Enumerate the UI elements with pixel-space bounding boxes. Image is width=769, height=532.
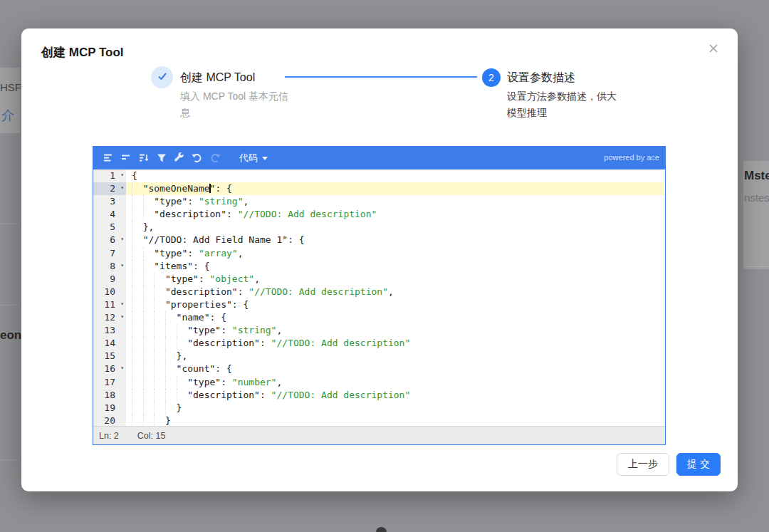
backdrop-divider (0, 305, 20, 306)
code-text: "properties": { (126, 298, 665, 311)
line-number: 10 (93, 286, 126, 298)
code-line[interactable]: 10"description": "//TODO: Add descriptio… (93, 286, 665, 298)
code-text: "type": "object", (126, 273, 665, 286)
close-icon (708, 43, 719, 57)
code-line[interactable]: 9"type": "object", (93, 273, 665, 286)
code-line[interactable]: 18"description": "//TODO: Add descriptio… (93, 389, 665, 402)
redo-icon[interactable] (206, 150, 224, 167)
sort-icon[interactable] (135, 150, 152, 167)
previous-step-button[interactable]: 上一步 (617, 453, 669, 476)
step-2-number: 2 (488, 72, 494, 83)
line-number: 6▾ (93, 234, 126, 246)
line-number: 8▾ (93, 260, 126, 273)
code-text: "//TODO: Add Field Name 1": { (126, 234, 665, 246)
backdrop-blue-icon: 介 (1, 107, 14, 124)
code-text: "description": "//TODO: Add description" (126, 337, 665, 350)
code-line[interactable]: 19} (93, 402, 665, 414)
code-text: "type": "string", (126, 324, 665, 337)
mode-dropdown[interactable]: 代码 (239, 152, 268, 165)
submit-button[interactable]: 提 交 (676, 453, 721, 476)
code-text: "type": "string", (126, 195, 665, 208)
code-lines[interactable]: 1▾{2▾"someOneName": {3"type": "string",4… (93, 169, 665, 426)
code-text: } (126, 414, 665, 426)
fold-arrow-icon[interactable]: ▾ (120, 182, 124, 194)
code-line[interactable]: 2▾"someOneName": { (93, 182, 665, 195)
fold-arrow-icon[interactable]: ▾ (120, 169, 124, 182)
check-icon (157, 71, 168, 85)
undo-icon[interactable] (188, 150, 206, 167)
code-text: } (126, 402, 665, 414)
line-number: 7 (93, 247, 126, 260)
line-number: 15 (93, 350, 126, 363)
code-line[interactable]: 17"type": "number", (93, 376, 665, 389)
code-text: "name": { (126, 311, 665, 324)
line-number: 4 (93, 208, 126, 221)
fold-arrow-icon[interactable]: ▾ (120, 298, 124, 311)
code-text: "items": { (126, 260, 665, 273)
backdrop-bottom-dot (376, 527, 387, 532)
close-button[interactable] (703, 40, 723, 60)
code-line[interactable]: 11▾"properties": { (93, 298, 665, 311)
code-line[interactable]: 20} (93, 414, 665, 426)
repair-icon[interactable] (170, 150, 188, 167)
step-1-description: 填入 MCP Tool 基本元信息 (180, 88, 288, 121)
line-number: 13 (93, 324, 126, 337)
line-number: 11▾ (93, 298, 126, 311)
step-2-title: 设置参数描述 (507, 71, 575, 85)
code-line[interactable]: 14"description": "//TODO: Add descriptio… (93, 337, 665, 350)
transform-icon[interactable] (152, 150, 170, 167)
code-line[interactable]: 1▾{ (93, 169, 665, 182)
dialog-footer: 上一步 提 交 (617, 453, 721, 476)
compact-icon[interactable] (117, 150, 135, 167)
fold-arrow-icon[interactable]: ▾ (120, 362, 124, 375)
code-line[interactable]: 15}, (93, 350, 665, 363)
code-line[interactable]: 3"type": "string", (93, 195, 665, 208)
status-column-number: Col: 15 (137, 431, 166, 441)
code-line[interactable]: 4"description": "//TODO: Add description… (93, 208, 665, 221)
backdrop-right-subtitle: nstest (744, 192, 769, 204)
editor-status-bar: Ln: 2 Col: 15 (93, 426, 665, 444)
step-2-description: 设置方法参数描述，供大模型推理 (507, 88, 618, 121)
chevron-down-icon (262, 157, 268, 160)
backdrop-right-title: Mstes (744, 169, 769, 183)
line-number: 16▾ (93, 363, 126, 375)
fold-arrow-icon[interactable]: ▾ (120, 259, 124, 272)
code-text: "description": "//TODO: Add description"… (126, 286, 665, 298)
code-line[interactable]: 12▾"name": { (93, 311, 665, 324)
code-text: "count": { (126, 363, 665, 375)
backdrop-divider (0, 459, 20, 460)
backdrop-divider (746, 266, 769, 267)
code-text: "type": "number", (126, 376, 665, 389)
code-text: "description": "//TODO: Add description" (126, 208, 665, 221)
line-number: 19 (93, 402, 126, 414)
line-number: 14 (93, 337, 126, 350)
code-text: { (126, 169, 665, 182)
line-number: 5 (93, 221, 126, 234)
code-text: "type": "array", (126, 247, 665, 260)
line-number: 20 (93, 414, 126, 426)
line-number: 17 (93, 376, 126, 389)
line-number: 9 (93, 273, 126, 286)
code-text: "description": "//TODO: Add description" (126, 389, 665, 402)
code-line[interactable]: 7"type": "array", (93, 247, 665, 260)
fold-arrow-icon[interactable]: ▾ (120, 311, 124, 323)
code-line[interactable]: 6▾"//TODO: Add Field Name 1": { (93, 234, 665, 246)
step-1-indicator (151, 66, 173, 88)
code-text: }, (126, 221, 665, 234)
code-line[interactable]: 16▾"count": { (93, 363, 665, 375)
code-text: }, (126, 350, 665, 363)
line-number: 18 (93, 389, 126, 402)
stepper-connector (285, 76, 477, 78)
step-2-indicator: 2 (482, 68, 501, 87)
dialog-title: 创建 MCP Tool (41, 44, 124, 61)
format-icon[interactable] (99, 150, 117, 167)
editor-toolbar: 代码 powered by ace (93, 147, 665, 169)
line-number: 1▾ (93, 169, 126, 182)
code-line[interactable]: 5}, (93, 221, 665, 234)
json-editor: 代码 powered by ace 1▾{2▾"someOneName": {3… (93, 146, 666, 445)
backdrop-divider (0, 224, 20, 224)
fold-arrow-icon[interactable]: ▾ (120, 233, 124, 246)
code-text: "someOneName": { (126, 182, 665, 195)
code-line[interactable]: 8▾"items": { (93, 260, 665, 273)
code-line[interactable]: 13"type": "string", (93, 324, 665, 337)
